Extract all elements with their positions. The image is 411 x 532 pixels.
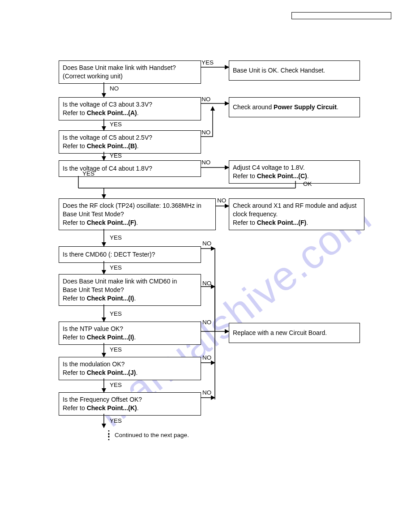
page: manualshive.com Does Base Unit make link… [0,0,411,532]
connectors [0,0,411,532]
